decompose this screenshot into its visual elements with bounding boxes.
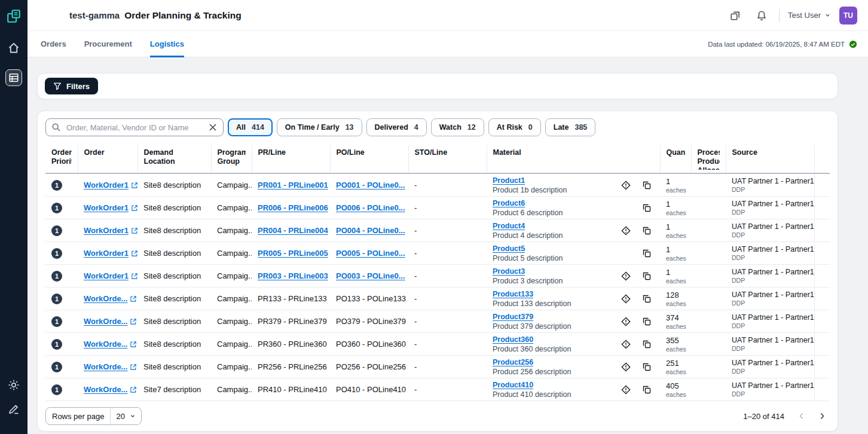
quantity-value: 128 bbox=[666, 291, 685, 299]
user-menu[interactable]: Test User bbox=[788, 11, 831, 20]
pr-line-text: PR410 - PRLine410 bbox=[258, 385, 327, 394]
order-link[interactable]: WorkOrde... bbox=[84, 362, 137, 371]
chip-label: Watch bbox=[439, 123, 461, 132]
rows-per-page-select[interactable]: 20 bbox=[110, 408, 140, 424]
material-description: Product 133 description bbox=[493, 299, 571, 308]
home-icon[interactable] bbox=[5, 39, 22, 56]
source-incoterm: DDP bbox=[732, 186, 808, 193]
pr-line-link[interactable]: PR003 - PRLine003 bbox=[258, 271, 330, 280]
material-link[interactable]: Product360 bbox=[493, 335, 533, 344]
filter-chip-on-time-early[interactable]: On Time / Early13 bbox=[277, 118, 362, 136]
rows-per-page-control[interactable]: Rows per page 20 bbox=[45, 407, 142, 425]
column-header: Demand Location bbox=[137, 145, 211, 173]
po-line-link[interactable]: PO006 - POLine0... bbox=[336, 203, 408, 212]
filters-button[interactable]: Filters bbox=[45, 78, 98, 94]
warning-icon[interactable] bbox=[621, 362, 631, 372]
app-logo-icon bbox=[0, 0, 27, 32]
copy-icon[interactable] bbox=[642, 294, 652, 304]
app-sidebar bbox=[0, 0, 27, 434]
filter-chip-late[interactable]: Late385 bbox=[545, 118, 596, 136]
settings-gear-icon[interactable] bbox=[5, 377, 22, 393]
warning-icon[interactable] bbox=[621, 226, 631, 236]
filter-chip-watch[interactable]: Watch12 bbox=[431, 118, 484, 136]
demand-location-cell: Site8 description bbox=[137, 265, 211, 288]
material-link[interactable]: Product379 bbox=[493, 313, 533, 321]
copy-icon[interactable] bbox=[642, 181, 652, 190]
copy-icon[interactable] bbox=[642, 203, 652, 213]
orders-list-icon[interactable] bbox=[5, 69, 22, 86]
copy-icon[interactable] bbox=[642, 362, 652, 372]
tab-logistics[interactable]: Logistics bbox=[150, 31, 184, 57]
table-row: 1WorkOrde...Site8 descriptionCampaig...P… bbox=[45, 310, 830, 333]
material-link[interactable]: Product4 bbox=[493, 222, 525, 230]
material-link[interactable]: Product6 bbox=[493, 199, 525, 207]
column-header: Order bbox=[78, 145, 137, 173]
filter-chip-at-risk[interactable]: At Risk0 bbox=[488, 118, 541, 136]
column-header: PO/Line bbox=[330, 145, 408, 173]
nav-tabs-bar: OrdersProcurementLogistics Data last upd… bbox=[27, 31, 868, 57]
pr-line-link[interactable]: PR004 - PRLine004 bbox=[258, 226, 330, 235]
po-line-link[interactable]: PO005 - POLine0... bbox=[336, 249, 408, 258]
order-link[interactable]: WorkOrde... bbox=[84, 385, 137, 394]
warning-icon[interactable] bbox=[621, 340, 631, 349]
stacked-windows-icon[interactable] bbox=[726, 7, 744, 25]
edit-pencil-icon[interactable] bbox=[5, 401, 22, 417]
warning-icon[interactable] bbox=[621, 317, 631, 326]
warning-icon[interactable] bbox=[621, 385, 631, 395]
material-link[interactable]: Product256 bbox=[493, 358, 533, 366]
orders-table-panel: All414On Time / Early13Delivered4Watch12… bbox=[37, 111, 838, 432]
process-allocation-cell bbox=[691, 173, 726, 197]
row-spacer bbox=[814, 310, 830, 333]
filters-panel: Filters bbox=[37, 73, 838, 99]
copy-icon[interactable] bbox=[642, 385, 652, 395]
tab-procurement[interactable]: Procurement bbox=[84, 31, 132, 57]
copy-icon[interactable] bbox=[642, 249, 652, 258]
order-link[interactable]: WorkOrder1 bbox=[84, 181, 137, 190]
material-link[interactable]: Product1 bbox=[493, 176, 525, 185]
source-incoterm: DDP bbox=[732, 277, 808, 284]
material-link[interactable]: Product3 bbox=[493, 267, 525, 276]
row-spacer bbox=[814, 378, 830, 401]
material-link[interactable]: Product133 bbox=[493, 290, 533, 298]
material-description: Product 6 description bbox=[493, 209, 563, 217]
po-line-link[interactable]: PO004 - POLine0... bbox=[336, 226, 408, 235]
copy-icon[interactable] bbox=[642, 340, 652, 349]
material-link[interactable]: Product410 bbox=[493, 381, 533, 389]
filter-chip-all[interactable]: All414 bbox=[228, 118, 273, 136]
copy-icon[interactable] bbox=[642, 271, 652, 281]
clear-search-icon[interactable] bbox=[208, 123, 218, 132]
copy-icon[interactable] bbox=[642, 226, 652, 236]
order-link[interactable]: WorkOrde... bbox=[84, 294, 137, 303]
po-line-link[interactable]: PO003 - POLine0... bbox=[336, 271, 408, 280]
avatar[interactable]: TU bbox=[839, 7, 857, 25]
po-line-link[interactable]: PO001 - POLine0... bbox=[336, 181, 408, 190]
order-link[interactable]: WorkOrder1 bbox=[84, 203, 137, 212]
source-incoterm: DDP bbox=[732, 254, 808, 261]
warning-icon[interactable] bbox=[621, 181, 631, 190]
table-footer: Rows per page 20 1–20 of 414 bbox=[45, 406, 830, 426]
copy-icon[interactable] bbox=[642, 317, 652, 326]
program-group-cell: Campaig... bbox=[211, 242, 252, 265]
warning-icon[interactable] bbox=[621, 294, 631, 304]
next-page-icon[interactable] bbox=[814, 408, 830, 424]
source-name: UAT Partner 1 - Partner1 bbox=[732, 336, 808, 344]
material-link[interactable]: Product5 bbox=[493, 244, 525, 253]
source-incoterm: DDP bbox=[732, 231, 808, 239]
filters-button-label: Filters bbox=[66, 82, 90, 91]
pr-line-link[interactable]: PR006 - PRLine006 bbox=[258, 203, 330, 212]
pr-line-link[interactable]: PR005 - PRLine005 bbox=[258, 249, 330, 258]
filter-chip-delivered[interactable]: Delivered4 bbox=[366, 118, 427, 136]
order-link[interactable]: WorkOrde... bbox=[84, 340, 137, 349]
previous-page-icon[interactable] bbox=[794, 408, 809, 424]
order-link[interactable]: WorkOrder1 bbox=[84, 226, 137, 235]
warning-icon[interactable] bbox=[621, 271, 631, 281]
program-group-cell: Campaig... bbox=[211, 197, 252, 219]
row-spacer bbox=[814, 219, 830, 242]
order-link[interactable]: WorkOrde... bbox=[84, 317, 137, 326]
search-input[interactable] bbox=[65, 123, 204, 133]
pr-line-link[interactable]: PR001 - PRLine001 bbox=[258, 181, 330, 190]
tab-orders[interactable]: Orders bbox=[41, 31, 66, 57]
notifications-bell-icon[interactable] bbox=[753, 7, 771, 25]
order-link[interactable]: WorkOrder1 bbox=[84, 271, 137, 280]
order-link[interactable]: WorkOrder1 bbox=[84, 249, 137, 258]
